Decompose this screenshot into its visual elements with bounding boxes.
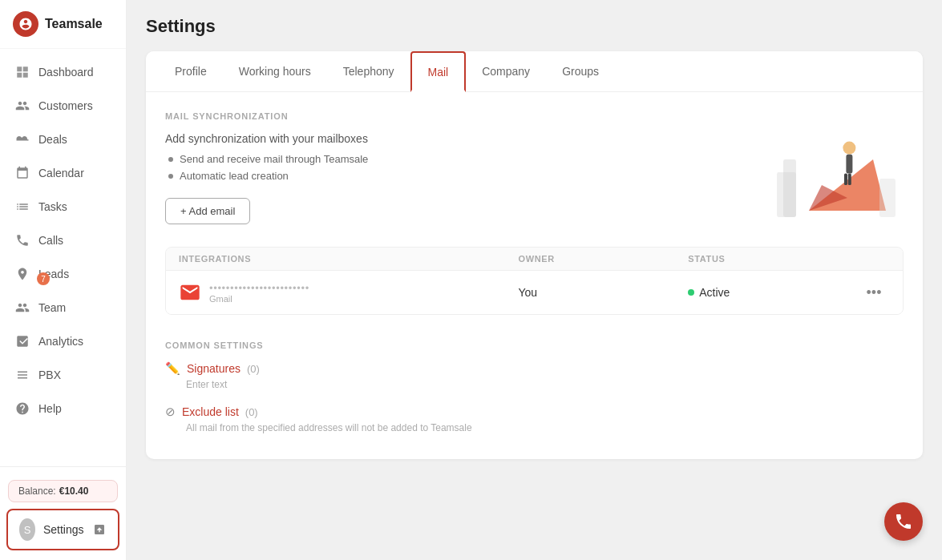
- settings-card: Profile Working hours Telephony Mail Com…: [146, 51, 923, 459]
- calendar-label: Calendar: [38, 167, 84, 179]
- tasks-label: Tasks: [38, 200, 67, 213]
- th-integrations: INTEGRATIONS: [179, 254, 519, 264]
- table-row: •••••••••••••••••••••••• Gmail You Activ…: [166, 271, 903, 314]
- add-email-button[interactable]: + Add email: [165, 198, 250, 224]
- sidebar-item-pbx[interactable]: PBX: [0, 358, 126, 392]
- logo-text: Teamsale: [45, 17, 103, 31]
- bullet-dot: [168, 157, 173, 162]
- integrations-table: INTEGRATIONS OWNER STATUS ••••••••••••••: [165, 247, 904, 315]
- help-icon: [14, 401, 30, 417]
- common-settings-items: ✏️ Signatures (0) Enter text ⊘ Exclude l…: [165, 361, 904, 433]
- pbx-label: PBX: [38, 369, 61, 381]
- svg-rect-5: [848, 174, 851, 185]
- sidebar: Teamsale Dashboard Customers Deals Calen…: [0, 0, 127, 560]
- email-address: ••••••••••••••••••••••••: [209, 282, 309, 294]
- sidebar-item-tasks[interactable]: Tasks: [0, 190, 126, 224]
- row-actions-button[interactable]: •••: [862, 280, 886, 304]
- main-content: Settings Profile Working hours Telephony…: [127, 0, 942, 560]
- team-icon: [14, 300, 30, 316]
- balance-label: Balance:: [18, 485, 56, 497]
- sidebar-item-customers[interactable]: Customers: [0, 89, 126, 123]
- leads-badge: 7: [37, 272, 50, 285]
- page-title: Settings: [146, 16, 923, 37]
- tab-company[interactable]: Company: [466, 52, 546, 91]
- exclude-icon: ⊘: [165, 405, 176, 419]
- signatures-desc: Enter text: [186, 379, 904, 390]
- sidebar-item-team[interactable]: Team: [0, 291, 126, 324]
- svg-point-3: [843, 142, 855, 155]
- th-owner: OWNER: [519, 254, 689, 264]
- tasks-icon: [14, 199, 30, 215]
- table-header: INTEGRATIONS OWNER STATUS: [166, 248, 903, 271]
- mail-tab-content: MAIL SYNCHRONIZATION Add synchronization…: [146, 92, 923, 459]
- sidebar-item-dashboard[interactable]: Dashboard: [0, 55, 126, 89]
- pbx-icon: [14, 367, 30, 383]
- cell-integrations: •••••••••••••••••••••••• Gmail: [179, 281, 519, 304]
- sidebar-bottom: Balance: €10.40 S Settings: [0, 466, 126, 560]
- settings-avatar: S: [19, 518, 35, 541]
- signatures-header: ✏️ Signatures (0): [165, 361, 904, 376]
- email-info: •••••••••••••••••••••••• Gmail: [209, 282, 309, 304]
- sidebar-item-calendar[interactable]: Calendar: [0, 156, 126, 190]
- logo-icon: [13, 11, 38, 37]
- tab-profile[interactable]: Profile: [159, 52, 223, 91]
- tab-working-hours[interactable]: Working hours: [223, 52, 327, 91]
- dashboard-label: Dashboard: [38, 66, 94, 79]
- balance-bar: Balance: €10.40: [8, 480, 118, 502]
- leads-icon: 7: [14, 266, 30, 282]
- help-label: Help: [38, 402, 62, 415]
- exclude-list-count: (0): [245, 406, 258, 418]
- exclude-list-link[interactable]: Exclude list: [182, 405, 239, 418]
- sidebar-item-deals[interactable]: Deals: [0, 123, 126, 156]
- settings-tabs: Profile Working hours Telephony Mail Com…: [146, 51, 923, 92]
- calendar-icon: [14, 165, 30, 181]
- status-text: Active: [699, 286, 730, 299]
- calls-icon: [14, 232, 30, 248]
- common-settings-section: COMMON SETTINGS ✏️ Signatures (0) Enter …: [165, 340, 904, 433]
- bullet-dot-2: [168, 174, 173, 179]
- balance-amount: €10.40: [59, 485, 89, 497]
- dashboard-icon: [14, 64, 30, 80]
- svg-rect-7: [783, 159, 796, 217]
- sidebar-item-analytics[interactable]: Analytics: [0, 324, 126, 358]
- cell-actions: •••: [858, 280, 890, 304]
- exclude-list-desc: All mail from the specified addresses wi…: [186, 422, 904, 433]
- logo[interactable]: Teamsale: [0, 0, 126, 49]
- th-actions: [858, 254, 890, 264]
- tab-mail[interactable]: Mail: [410, 51, 467, 92]
- phone-fab[interactable]: [884, 502, 923, 541]
- svg-rect-4: [844, 174, 847, 185]
- cell-status: Active: [688, 286, 858, 299]
- signatures-count: (0): [247, 363, 260, 375]
- svg-rect-8: [879, 179, 896, 217]
- common-settings-label: COMMON SETTINGS: [165, 340, 904, 350]
- th-status: STATUS: [688, 254, 858, 264]
- sidebar-item-calls[interactable]: Calls: [0, 224, 126, 257]
- sidebar-item-help[interactable]: Help: [0, 392, 126, 425]
- customers-icon: [14, 98, 30, 114]
- calls-label: Calls: [38, 234, 63, 247]
- cell-owner: You: [519, 286, 689, 299]
- sidebar-navigation: Dashboard Customers Deals Calendar Tasks: [0, 49, 126, 466]
- settings-nav-label: Settings: [43, 523, 84, 536]
- exclude-list-header: ⊘ Exclude list (0): [165, 405, 904, 419]
- deals-icon: [14, 131, 30, 147]
- analytics-icon: [14, 333, 30, 349]
- signatures-link[interactable]: Signatures: [187, 362, 241, 375]
- svg-rect-2: [846, 155, 852, 174]
- tab-groups[interactable]: Groups: [546, 52, 615, 91]
- signatures-setting: ✏️ Signatures (0) Enter text: [165, 361, 904, 390]
- analytics-label: Analytics: [38, 335, 83, 348]
- export-icon[interactable]: [92, 519, 107, 540]
- add-email-label: + Add email: [180, 205, 235, 217]
- illustration: [770, 108, 899, 220]
- gmail-icon: [179, 281, 201, 304]
- settings-nav-item[interactable]: S Settings: [6, 509, 119, 550]
- exclude-list-setting: ⊘ Exclude list (0) All mail from the spe…: [165, 405, 904, 433]
- deals-label: Deals: [38, 133, 67, 146]
- sidebar-item-leads[interactable]: 7 Leads: [0, 257, 126, 291]
- team-label: Team: [38, 301, 66, 314]
- status-dot: [688, 289, 694, 296]
- email-type: Gmail: [209, 294, 309, 304]
- tab-telephony[interactable]: Telephony: [327, 52, 410, 91]
